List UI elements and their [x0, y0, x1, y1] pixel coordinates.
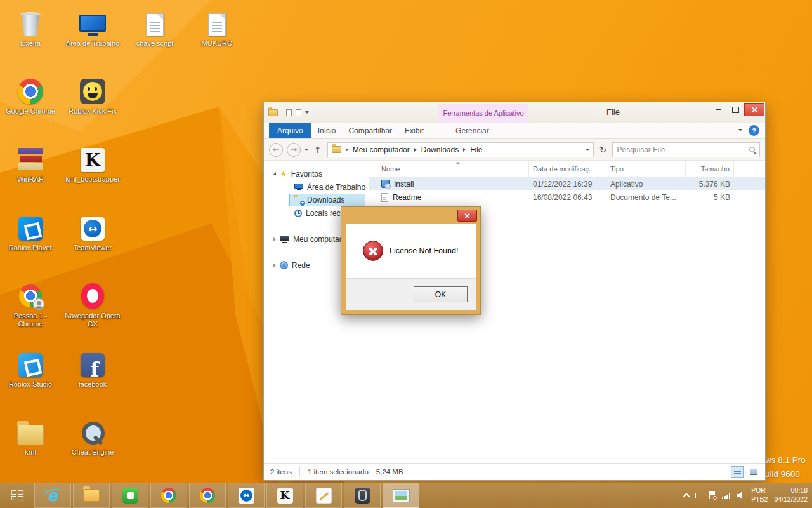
taskbar-teamviewer[interactable]	[228, 483, 265, 508]
nav-area-de-trabalho[interactable]: Área de Trabalho	[290, 180, 366, 194]
nav-favoritos[interactable]: Favoritos	[264, 167, 369, 180]
expanded-triangle-icon[interactable]	[273, 172, 276, 175]
taskbar-chrome[interactable]	[150, 483, 187, 508]
taskbar-green-app[interactable]	[112, 483, 148, 508]
dialog-close-button[interactable]	[457, 210, 477, 222]
license-error-dialog: License Not Found! OK	[341, 206, 481, 315]
desktop-icon-roblox-kick-fix[interactable]: Roblox Kick Fix	[64, 74, 121, 116]
column-header-nome[interactable]: Nome	[369, 161, 529, 177]
selection-size: 5,24 MB	[376, 468, 403, 476]
desktop-icon-roblox-studio[interactable]: Roblox Studio	[2, 347, 59, 389]
desktop-icon-krnl-folder[interactable]: krnl	[2, 415, 59, 457]
hidden-icons-chevron-icon[interactable]	[683, 493, 690, 500]
qat-properties-icon[interactable]	[286, 109, 292, 116]
ok-button[interactable]: OK	[414, 286, 468, 302]
column-header-tipo[interactable]: Tipo	[606, 161, 686, 177]
tab-arquivo[interactable]: Arquivo	[269, 123, 311, 138]
start-button[interactable]	[0, 483, 34, 508]
opera-gx-icon	[81, 283, 104, 309]
desktop-icon-google-chrome[interactable]: Google Chrome	[2, 74, 59, 116]
language-indicator[interactable]: POR PTB2	[751, 486, 768, 504]
desktop-icon-teamviewer[interactable]: TeamViewer	[64, 211, 121, 252]
selection-count: 1 item selecionado	[308, 468, 369, 476]
tray-window-icon[interactable]	[695, 493, 702, 498]
desktop-icon-lixeira[interactable]: Lixeira	[2, 6, 59, 48]
titlebar: Ferramentas de Aplicativo File	[264, 102, 765, 123]
desktop-icon-chave-script[interactable]: chave script	[126, 6, 183, 48]
desktop-icon-label: WinRAR	[2, 175, 59, 184]
error-icon	[363, 241, 383, 261]
text-file-icon	[146, 13, 164, 36]
file-row-install[interactable]: Install 01/12/2022 16:39 Aplicativo 5.37…	[369, 177, 765, 190]
breadcrumb-file[interactable]: File	[470, 145, 482, 154]
search-input[interactable]	[613, 143, 744, 157]
nav-label: Downloads	[307, 196, 344, 204]
close-button[interactable]	[744, 103, 764, 116]
desktop-icon-mukuro[interactable]: MUKURO	[188, 6, 246, 48]
notification-dot	[713, 496, 717, 500]
breadcrumb-separator-icon	[463, 148, 466, 152]
file-size: 5.376 KB	[686, 180, 734, 189]
address-dropdown-chevron-icon[interactable]	[586, 149, 589, 151]
desktop-icon-opera-gx[interactable]: Navegador Opera GX	[64, 279, 121, 328]
taskbar-chrome-profile[interactable]	[189, 483, 226, 508]
facebook-icon	[81, 353, 105, 377]
collapsed-triangle-icon[interactable]	[273, 237, 276, 242]
desktop-icon-label: Navegador Opera GX	[64, 312, 121, 328]
sort-ascending-icon	[455, 162, 461, 164]
chrome-person-icon	[18, 283, 43, 309]
forward-button[interactable]: →	[287, 143, 301, 157]
taskbar-krnl[interactable]	[266, 483, 303, 508]
qat-new-folder-icon[interactable]	[296, 109, 301, 116]
breadcrumb-meu-computador[interactable]: Meu computador	[353, 145, 410, 154]
breadcrumb-separator-icon	[414, 148, 417, 152]
column-header-tamanho[interactable]: Tamanho	[686, 161, 734, 177]
help-button[interactable]: ?	[749, 125, 759, 136]
tab-compartilhar[interactable]: Compartilhar	[342, 123, 398, 138]
cheat-engine-icon	[80, 420, 105, 445]
desktop-icon-pessoa1-chrome[interactable]: Pessoa 1 - Chrome	[2, 279, 59, 328]
collapsed-triangle-icon[interactable]	[273, 263, 276, 268]
thumbnails-view-button[interactable]	[747, 466, 760, 478]
breadcrumb-downloads[interactable]: Downloads	[421, 145, 459, 154]
expand-ribbon-chevron-icon[interactable]	[738, 129, 742, 131]
desktop-icon-krnl-bootstrapper[interactable]: krnl_bootstrapper	[64, 142, 121, 184]
network-signal-icon[interactable]	[722, 492, 730, 499]
taskbar-mouse-app[interactable]	[344, 483, 381, 508]
file-explorer-window: Ferramentas de Aplicativo File Arquivo I…	[263, 102, 766, 481]
tab-gerenciar[interactable]: Gerenciar	[449, 123, 495, 138]
desktop: Lixeira Área de Trabalho chave script MU…	[0, 0, 812, 508]
recent-locations-chevron-icon[interactable]	[304, 149, 308, 151]
volume-icon[interactable]	[737, 492, 745, 499]
details-view-icon	[734, 469, 741, 475]
nav-downloads[interactable]: Downloads	[289, 194, 365, 206]
taskbar-internet-explorer[interactable]	[34, 483, 71, 508]
desktop-icon-area-de-trabalho[interactable]: Área de Trabalho	[64, 6, 121, 48]
taskbar: POR PTB2 00:18 04/12/2022	[0, 483, 812, 508]
desktop-icon-label: krnl_bootstrapper	[64, 175, 121, 184]
column-header-data[interactable]: Data de modificaç...	[529, 161, 606, 177]
up-button[interactable]: ↑	[312, 145, 324, 155]
file-row-readme[interactable]: Readme 16/08/2022 06:43 Documento de Te.…	[369, 190, 765, 204]
tab-exibir[interactable]: Exibir	[398, 123, 430, 138]
taskbar-notepad[interactable]	[305, 483, 342, 508]
minimize-button[interactable]	[710, 103, 727, 116]
clock[interactable]: 00:18 04/12/2022	[774, 486, 808, 504]
qat-customize-chevron-icon[interactable]	[305, 111, 309, 114]
back-button[interactable]: ←	[269, 143, 283, 157]
desktop-icon-label: Google Chrome	[2, 107, 59, 116]
desktop-icon-winrar[interactable]: WinRAR	[2, 142, 59, 184]
taskbar-file-explorer[interactable]	[73, 483, 110, 508]
desktop-icon-cheat-engine[interactable]: Cheat Engine	[64, 415, 121, 457]
address-bar[interactable]: Meu computador Downloads File	[327, 142, 594, 157]
desktop-icon-label: Roblox Player	[2, 244, 59, 252]
desktop-icon-facebook[interactable]: facebook	[64, 347, 121, 389]
desktop-icon-roblox-player[interactable]: Roblox Player	[2, 211, 59, 252]
maximize-button[interactable]	[727, 103, 744, 116]
details-view-button[interactable]	[731, 466, 744, 478]
refresh-button[interactable]: ↻	[598, 145, 609, 155]
taskbar-image-viewer-active[interactable]	[383, 483, 419, 508]
action-center-flag-icon[interactable]	[709, 491, 716, 499]
teamviewer-icon	[81, 217, 105, 241]
tab-inicio[interactable]: Início	[311, 123, 343, 138]
